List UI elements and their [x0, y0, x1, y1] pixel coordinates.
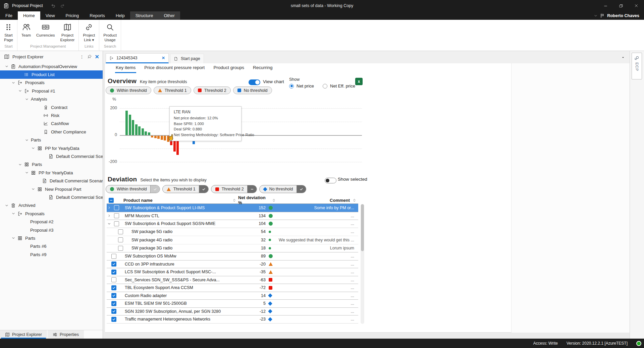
- menu-tab-help[interactable]: Help: [110, 11, 130, 20]
- ribbon-button-currencies[interactable]: Currencies: [34, 23, 58, 38]
- sort-icon[interactable]: [232, 198, 236, 202]
- tab-list-dropdown-icon[interactable]: [621, 56, 625, 59]
- chevron-down-icon[interactable]: [5, 204, 11, 208]
- legend-chip-threshold-1[interactable]: Threshold 1: [154, 86, 191, 94]
- sort-icon[interactable]: [272, 198, 276, 202]
- table-scrollbar[interactable]: [361, 204, 364, 324]
- tree-item-analysis[interactable]: Analysis: [0, 95, 103, 103]
- tree-item-contract[interactable]: Contract: [0, 103, 103, 111]
- panel-more-icon[interactable]: ⋮: [80, 54, 84, 59]
- table-row[interactable]: SW Subscription OS MsMw89...: [107, 252, 358, 260]
- sub-tab-recurring[interactable]: Recurring: [250, 63, 275, 73]
- column-net-deviation[interactable]: Net deviation %: [238, 195, 269, 205]
- table-row[interactable]: SW Subscription & Product Support SGSN-M…: [107, 220, 358, 228]
- view-chart-toggle[interactable]: [249, 79, 260, 85]
- tree-item-proposals[interactable]: Proposals: [0, 79, 103, 87]
- chart-bar[interactable]: [148, 132, 150, 135]
- tree-item-risk[interactable]: Risk: [0, 111, 103, 119]
- chart-bar[interactable]: [151, 136, 153, 137]
- radio-net-price[interactable]: Net price: [289, 83, 314, 89]
- menu-tab-file[interactable]: File: [0, 11, 18, 20]
- filter-chip-no-threshold[interactable]: No threshold: [259, 185, 306, 193]
- panel-close-icon[interactable]: ✕: [95, 54, 99, 60]
- chevron-down-icon[interactable]: [25, 97, 31, 101]
- tree-item-parts[interactable]: Parts: [0, 136, 103, 144]
- tree-item-default-commercial-scenario[interactable]: $Default Commercial Scenario: [0, 152, 103, 160]
- row-checkbox[interactable]: [111, 317, 116, 322]
- restore-button[interactable]: [613, 0, 629, 11]
- table-row[interactable]: SGN 3280 SW Subscription, Annual, per SG…: [107, 307, 358, 316]
- tree-item-archived[interactable]: Archived: [0, 201, 103, 210]
- ribbon-button-project-explorer[interactable]: ProjectExplorer: [58, 23, 77, 42]
- sub-tab-key-items[interactable]: Key items: [113, 63, 138, 73]
- user-menu-chevron-icon[interactable]: [594, 14, 598, 18]
- undo-icon[interactable]: [51, 3, 56, 8]
- tree-item-pp-for-yearlydata[interactable]: PP for YearlyData: [0, 169, 103, 177]
- row-checkbox[interactable]: [111, 301, 116, 306]
- chevron-down-icon[interactable]: [5, 64, 11, 68]
- chevron-down-icon[interactable]: [18, 89, 24, 93]
- expander-expand-icon[interactable]: [107, 206, 113, 210]
- table-row[interactable]: Sec_Services SDN_SW_SSS&PS - Secure Adva…: [107, 276, 358, 284]
- menu-tab-reports[interactable]: Reports: [84, 11, 110, 20]
- row-checkbox[interactable]: [114, 213, 119, 218]
- chart-bar[interactable]: [164, 136, 166, 140]
- row-checkbox[interactable]: [111, 270, 116, 275]
- chart-bar[interactable]: [132, 120, 134, 135]
- expander-expand-icon[interactable]: [107, 214, 113, 218]
- row-checkbox[interactable]: [111, 293, 116, 298]
- check-icon[interactable]: [297, 185, 306, 193]
- tree-item-proposal-3[interactable]: Proposal #3: [0, 226, 103, 234]
- filter-chip-threshold-2[interactable]: Threshold 2: [211, 185, 257, 193]
- redo-icon[interactable]: [60, 3, 65, 8]
- sort-icon[interactable]: [353, 198, 356, 202]
- panel-tab-properties[interactable]: Properties: [48, 330, 84, 339]
- pin-icon[interactable]: [87, 54, 92, 59]
- tree-item-automation-proposaloverview[interactable]: Automation:ProposalOverview: [0, 62, 103, 70]
- sub-tab-product-groups[interactable]: Product groups: [211, 63, 247, 73]
- check-icon[interactable]: [199, 185, 208, 193]
- menu-tab-other[interactable]: Other: [158, 11, 180, 20]
- minimize-button[interactable]: [598, 0, 613, 11]
- chart-bar[interactable]: [138, 126, 141, 135]
- chart-bar[interactable]: [145, 131, 147, 135]
- table-row[interactable]: Custom Radio adapter14...: [107, 292, 358, 300]
- menu-tab-structure[interactable]: Structure: [130, 11, 159, 20]
- document-tab-start-page[interactable]: Start page: [170, 54, 204, 63]
- tree-item-pp-for-yearlydata[interactable]: PP for YearlyData: [0, 144, 103, 152]
- chart-bar[interactable]: [157, 136, 160, 139]
- chevron-down-icon[interactable]: [31, 146, 37, 150]
- filter-chip-within-threshold[interactable]: Within threshold: [106, 185, 160, 193]
- tree-item-default-commercial-scenario[interactable]: $Default Commercial Scenario: [0, 177, 103, 185]
- column-comment[interactable]: Comment: [330, 198, 350, 203]
- user-name[interactable]: Roberto Chaves: [607, 13, 639, 18]
- menu-tab-view[interactable]: View: [40, 11, 60, 20]
- tree-item-default-commercial-scenario[interactable]: $Default Commercial Scenario: [0, 193, 103, 201]
- tree-item-cashflow[interactable]: Cashflow: [0, 120, 103, 128]
- chart-bar[interactable]: [161, 136, 163, 140]
- tree-item-parts-6[interactable]: Parts #6: [0, 242, 103, 250]
- tree-item-parts[interactable]: Parts: [0, 234, 103, 242]
- close-button[interactable]: [629, 0, 644, 11]
- row-checkbox[interactable]: [118, 237, 123, 242]
- row-checkbox[interactable]: [114, 205, 119, 210]
- filter-chip-threshold-1[interactable]: Threshold 1: [162, 185, 209, 193]
- ribbon-button-start-page[interactable]: StartPage: [1, 23, 16, 42]
- table-row[interactable]: MFM Muconv CTL134...: [107, 212, 358, 220]
- ribbon-button-project-link[interactable]: ProjectLink ▾: [80, 23, 98, 42]
- chevron-down-icon[interactable]: [25, 138, 31, 142]
- menu-tab-home[interactable]: Home: [18, 11, 40, 20]
- row-checkbox[interactable]: [118, 229, 123, 234]
- chart-bar[interactable]: [129, 115, 131, 135]
- export-excel-icon[interactable]: x: [355, 78, 363, 85]
- document-tab-124345343[interactable]: 124345343✕: [106, 53, 169, 63]
- tab-close-icon[interactable]: ✕: [162, 56, 165, 60]
- column-product-name[interactable]: Product name: [123, 198, 153, 203]
- row-checkbox[interactable]: [111, 285, 116, 290]
- row-checkbox[interactable]: [111, 309, 116, 314]
- legend-chip-threshold-2[interactable]: Threshold 2: [194, 86, 231, 94]
- ribbon-button-product-usage[interactable]: ProductUsage: [101, 23, 119, 42]
- chevron-down-icon[interactable]: [11, 236, 17, 240]
- chart-bar[interactable]: [125, 111, 128, 135]
- menu-tab-pricing[interactable]: Pricing: [60, 11, 85, 20]
